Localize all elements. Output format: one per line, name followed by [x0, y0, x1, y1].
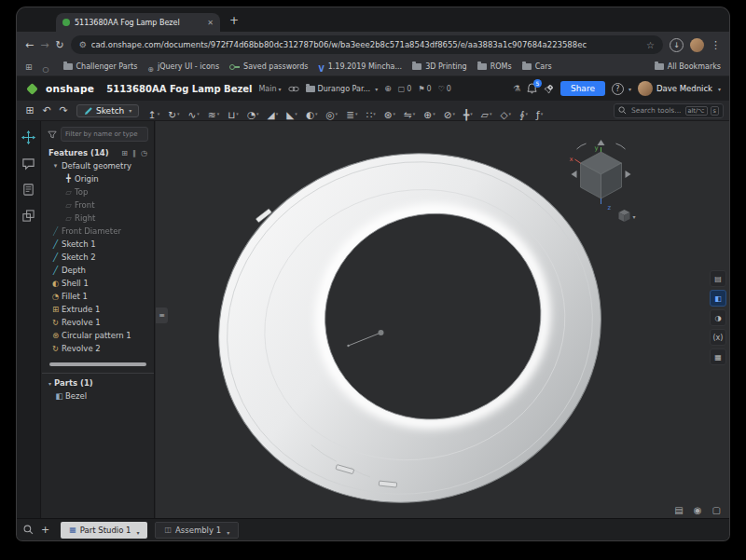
parts-header[interactable]: ▾ Parts (1): [42, 376, 154, 389]
bookmark-star-icon[interactable]: ☆: [646, 40, 655, 50]
cad-tool-button[interactable]: ⊘: [440, 102, 458, 119]
public-globe-icon[interactable]: ⊕: [384, 84, 392, 93]
cad-tool-button[interactable]: ≋: [204, 102, 222, 119]
reload-button[interactable]: ↻: [55, 39, 63, 51]
viewport-utility-icon[interactable]: ◉: [694, 505, 702, 515]
features-header-icon[interactable]: ∥: [132, 149, 136, 157]
rotate-up-arrow[interactable]: [598, 140, 605, 145]
feature-item[interactable]: ▱ Right: [42, 212, 154, 225]
feature-item[interactable]: ▱ Front: [42, 198, 154, 212]
browser-tab[interactable]: 5113680AA Fog Lamp Bezel ✕: [56, 13, 220, 32]
tab-close-icon[interactable]: ✕: [207, 19, 214, 27]
bookmark-item[interactable]: 3D Printing: [412, 62, 467, 71]
feature-item[interactable]: ╱ Sketch 1: [42, 238, 154, 251]
cad-tool-button[interactable]: ∿: [185, 102, 202, 119]
bookmark-item[interactable]: [43, 58, 53, 75]
view-cube[interactable]: x y z ▾: [570, 140, 636, 222]
onshape-logo-text[interactable]: onshape: [46, 83, 94, 94]
notes-panel-icon[interactable]: [21, 183, 35, 197]
bookmark-item[interactable]: 1.19.2019 Mincha...: [318, 58, 402, 75]
cad-tool-button[interactable]: ≣: [343, 102, 361, 119]
help-menu[interactable]: ?: [612, 83, 631, 95]
viewport-tool-button[interactable]: (x): [710, 329, 726, 346]
element-tab[interactable]: ▦ Part Studio 1: [61, 522, 147, 539]
bookmark-item[interactable]: jQuery UI - icons: [147, 58, 219, 75]
cursor-tool-icon[interactable]: [21, 130, 35, 144]
whats-new-rocket-icon[interactable]: [544, 84, 554, 94]
cad-tool-button[interactable]: ↻: [165, 102, 183, 119]
download-icon[interactable]: ↓: [670, 38, 684, 52]
versions-panel-icon[interactable]: [21, 209, 35, 223]
url-bar[interactable]: ⚙ cad.onshape.com/documents/972f74d68bb8…: [71, 35, 663, 54]
viewport-tool-button[interactable]: ◑: [710, 309, 726, 326]
viewport-utility-icon[interactable]: ▢: [712, 505, 721, 515]
forward-button[interactable]: →: [40, 39, 48, 51]
cad-tool-button[interactable]: ◇: [497, 102, 515, 119]
document-stat[interactable]: ⚑ 0: [418, 85, 431, 93]
feature-item[interactable]: ◔ Fillet 1: [42, 290, 154, 303]
document-stat[interactable]: ▢ 0: [398, 85, 412, 93]
site-settings-icon[interactable]: ⚙: [79, 40, 87, 49]
cad-tool-button[interactable]: ⊕: [421, 102, 438, 119]
cad-tool-button[interactable]: ↥: [145, 102, 162, 119]
bookmark-item[interactable]: Cars: [522, 62, 552, 71]
apps-grid-icon[interactable]: ⊞: [25, 62, 33, 72]
feature-item[interactable]: ↻ Revolve 1: [42, 316, 154, 329]
redo-button[interactable]: ↷: [56, 104, 71, 116]
back-button[interactable]: ←: [25, 39, 34, 51]
cad-tool-button[interactable]: ◔: [243, 102, 262, 119]
new-tab-button[interactable]: +: [229, 14, 239, 27]
features-header-icon[interactable]: ⊞: [121, 149, 128, 157]
rollback-bar[interactable]: [49, 362, 146, 366]
filter-input[interactable]: [61, 127, 148, 142]
cad-tool-button[interactable]: ▱: [477, 102, 495, 119]
element-tab[interactable]: ◫ Assembly 1: [155, 522, 239, 539]
panel-collapse-handle[interactable]: ≡: [156, 307, 168, 323]
feature-item[interactable]: ⊞ Extrude 1: [42, 303, 154, 316]
sketch-button[interactable]: Sketch: [76, 104, 139, 117]
browser-profile-avatar[interactable]: [690, 38, 704, 52]
view-menu-cube-icon[interactable]: ▾: [619, 210, 636, 222]
fog-lamp-bezel-model[interactable]: [182, 121, 639, 518]
feature-item[interactable]: ⊛ Circular pattern 1: [42, 329, 154, 342]
part-item[interactable]: ◧ Bezel: [42, 389, 154, 403]
comments-panel-icon[interactable]: [21, 157, 35, 171]
cad-tool-button[interactable]: ⊛: [380, 102, 398, 119]
share-link-icon[interactable]: [288, 86, 299, 92]
cad-tool-button[interactable]: ◎: [323, 102, 341, 119]
element-search-icon[interactable]: [23, 525, 34, 535]
cad-tool-button[interactable]: ⊔: [225, 102, 242, 119]
share-button[interactable]: Share: [560, 81, 605, 96]
bookmark-item[interactable]: ROMs: [477, 62, 512, 71]
url-text[interactable]: cad.onshape.com/documents/972f74d68bb80d…: [91, 40, 642, 49]
cad-tool-button[interactable]: ◢: [264, 102, 282, 119]
filter-funnel-icon[interactable]: [48, 130, 57, 139]
onshape-logo-icon[interactable]: [26, 83, 38, 95]
feature-item[interactable]: ╱ Front Diameter: [42, 225, 154, 238]
bookmark-item[interactable]: Challenger Parts: [63, 62, 138, 71]
undo-button[interactable]: ↶: [39, 104, 54, 116]
labs-icon[interactable]: ⚗: [513, 84, 520, 93]
viewport-tool-button[interactable]: ▤: [710, 270, 726, 287]
cad-tool-button[interactable]: ◣: [283, 102, 301, 119]
cad-tool-button[interactable]: ╋: [460, 102, 476, 119]
document-stat[interactable]: ♡ 0: [438, 85, 451, 93]
feature-item[interactable]: ▾ Default geometry: [42, 159, 154, 172]
search-tools-box[interactable]: alt/⌥ s: [614, 103, 724, 118]
user-menu[interactable]: Dave Mednick: [638, 81, 721, 96]
notifications-button[interactable]: 5: [527, 83, 537, 94]
rotate-left-arrow[interactable]: [572, 171, 577, 178]
browser-menu-icon[interactable]: ⋮: [711, 39, 721, 51]
workspace-branch[interactable]: Main: [258, 85, 281, 93]
graphics-viewport[interactable]: x y z ▾ ≡: [156, 121, 729, 518]
toolbar-grid-icon[interactable]: ⊞: [22, 104, 37, 116]
cad-tool-button[interactable]: ◐: [302, 102, 321, 119]
3d-scene[interactable]: x y z ▾: [156, 121, 729, 518]
search-tools-input[interactable]: [629, 105, 683, 116]
feature-item[interactable]: ◐ Shell 1: [42, 277, 154, 290]
viewport-tool-button[interactable]: ◧: [710, 290, 726, 307]
viewport-tool-button[interactable]: ▦: [710, 348, 726, 365]
cad-tool-button[interactable]: ∮: [517, 102, 532, 119]
feature-item[interactable]: ╋ Origin: [42, 172, 154, 185]
cad-tool-button[interactable]: ƒ: [533, 102, 546, 119]
